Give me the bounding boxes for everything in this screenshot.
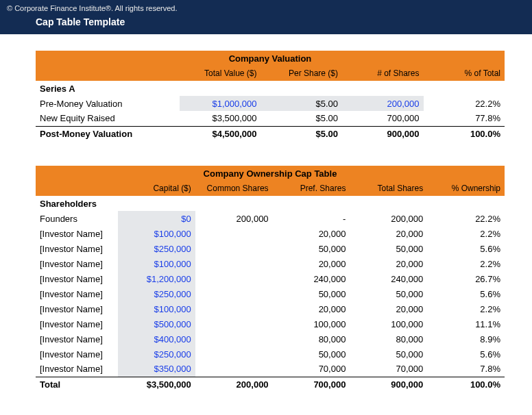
cell: 77.8% — [424, 111, 505, 126]
cell: $400,000 — [118, 331, 195, 347]
valuation-total-pct: 100.0% — [424, 126, 505, 141]
cell — [195, 301, 273, 316]
cell: $250,000 — [118, 241, 195, 256]
cell: 20,000 — [350, 256, 427, 271]
valuation-total-shares: 900,000 — [342, 126, 424, 141]
captable-row: [Investor Name]$100,00020,00020,0002.2% — [36, 226, 505, 241]
captable-row: [Investor Name]$100,00020,00020,0002.2% — [36, 301, 505, 316]
cell: $1,200,000 — [118, 271, 195, 286]
captable-table: Company Ownership Cap Table Capital ($) … — [36, 166, 505, 392]
valuation-title: Company Valuation — [36, 51, 505, 66]
cell: 5.6% — [427, 241, 505, 256]
col-total-value: Total Value ($) — [180, 66, 261, 81]
cell: 20,000 — [273, 256, 350, 271]
cell: $250,000 — [118, 347, 195, 362]
cell: $250,000 — [118, 286, 195, 301]
cell — [195, 316, 273, 331]
cell: [Investor Name] — [36, 301, 118, 316]
cell: 2.2% — [427, 256, 505, 271]
cell — [195, 226, 273, 241]
cell: $0 — [118, 211, 195, 226]
cell: 50,000 — [273, 347, 350, 362]
captable-row: [Investor Name]$100,00020,00020,0002.2% — [36, 256, 505, 271]
cell: 11.1% — [427, 316, 505, 331]
cell: [Investor Name] — [36, 226, 118, 241]
valuation-total-label: Post-Money Valuation — [36, 126, 180, 141]
cell: 50,000 — [273, 241, 350, 256]
cell: Pre-Money Valuation — [36, 96, 180, 111]
cell: New Equity Raised — [36, 111, 180, 126]
captable-total-label: Total — [36, 377, 118, 392]
cell: 20,000 — [273, 226, 350, 241]
captable-total-total: 900,000 — [350, 377, 427, 392]
cell: [Investor Name] — [36, 241, 118, 256]
cell: 2.2% — [427, 226, 505, 241]
cell: 50,000 — [350, 286, 427, 301]
cell: 200,000 — [195, 211, 273, 226]
valuation-row: New Equity Raised$3,500,000$5.00700,0007… — [36, 111, 505, 126]
cell: $100,000 — [118, 301, 195, 316]
valuation-table: Company Valuation Total Value ($) Per Sh… — [36, 51, 505, 141]
cell: 20,000 — [350, 226, 427, 241]
captable-row: [Investor Name]$250,00050,00050,0005.6% — [36, 347, 505, 362]
cell: [Investor Name] — [36, 316, 118, 331]
cell: 80,000 — [273, 331, 350, 347]
cell: 50,000 — [350, 347, 427, 362]
cell: 20,000 — [273, 301, 350, 316]
cell: 700,000 — [342, 111, 424, 126]
valuation-total-total: $4,500,000 — [180, 126, 261, 141]
valuation-section: Company Valuation Total Value ($) Per Sh… — [36, 51, 505, 141]
cell: - — [273, 211, 350, 226]
cell: 2.2% — [427, 301, 505, 316]
cell — [195, 241, 273, 256]
cell: $5.00 — [261, 111, 343, 126]
cell: [Investor Name] — [36, 362, 118, 377]
cell: 22.2% — [424, 96, 505, 111]
cell: 240,000 — [350, 271, 427, 286]
col-pct-total: % of Total — [424, 66, 505, 81]
cell: [Investor Name] — [36, 271, 118, 286]
captable-row: [Investor Name]$350,00070,00070,0007.8% — [36, 362, 505, 377]
col-num-shares: # of Shares — [342, 66, 424, 81]
copyright-text: © Corporate Finance Institute®. All righ… — [7, 4, 532, 12]
cell: 5.6% — [427, 347, 505, 362]
cell — [195, 286, 273, 301]
col-capital: Capital ($) — [118, 181, 195, 196]
cell: 70,000 — [273, 362, 350, 377]
cell: 100,000 — [350, 316, 427, 331]
captable-row: [Investor Name]$250,00050,00050,0005.6% — [36, 286, 505, 301]
captable-section: Company Ownership Cap Table Capital ($) … — [36, 166, 505, 392]
captable-total-pct: 100.0% — [427, 377, 505, 392]
template-title: Cap Table Template — [36, 16, 532, 27]
cell: $100,000 — [118, 256, 195, 271]
cell — [195, 347, 273, 362]
cell: $500,000 — [118, 316, 195, 331]
cell: 50,000 — [273, 286, 350, 301]
cell: 240,000 — [273, 271, 350, 286]
valuation-group: Series A — [36, 81, 505, 96]
cell: 200,000 — [350, 211, 427, 226]
valuation-row: Pre-Money Valuation$1,000,000$5.00200,00… — [36, 96, 505, 111]
col-per-share: Per Share ($) — [261, 66, 343, 81]
cell: $1,000,000 — [180, 96, 261, 111]
cell: [Investor Name] — [36, 256, 118, 271]
captable-total-capital: $3,500,000 — [118, 377, 195, 392]
captable-title: Company Ownership Cap Table — [36, 166, 505, 181]
captable-total-pref: 700,000 — [273, 377, 350, 392]
cell — [195, 256, 273, 271]
cell: $3,500,000 — [180, 111, 261, 126]
cell: $5.00 — [261, 96, 343, 111]
cell: [Investor Name] — [36, 347, 118, 362]
col-common: Common Shares — [195, 181, 273, 196]
cell — [195, 362, 273, 377]
captable-group: Shareholders — [36, 196, 505, 211]
header-bar: © Corporate Finance Institute®. All righ… — [0, 0, 532, 34]
cell: $350,000 — [118, 362, 195, 377]
captable-row: [Investor Name]$500,000100,000100,00011.… — [36, 316, 505, 331]
cell: 20,000 — [350, 301, 427, 316]
cell: 70,000 — [350, 362, 427, 377]
col-pref: Pref. Shares — [273, 181, 350, 196]
cell — [195, 271, 273, 286]
col-pct-own: % Ownership — [427, 181, 505, 196]
cell: 80,000 — [350, 331, 427, 347]
